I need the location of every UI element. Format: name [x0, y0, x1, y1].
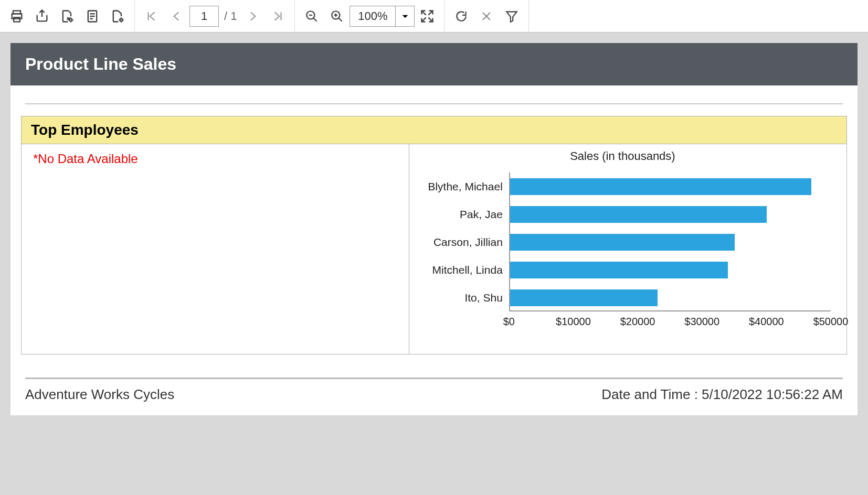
chart-bar — [510, 289, 658, 306]
svg-line-15 — [339, 18, 343, 21]
page-total-label: / 1 — [224, 9, 237, 23]
report-toolbar: / 1 — [0, 0, 868, 33]
print-icon — [9, 9, 24, 24]
fit-page-button[interactable] — [415, 4, 440, 29]
svg-line-19 — [429, 10, 433, 15]
cancel-button[interactable] — [474, 4, 499, 29]
document-button[interactable] — [80, 4, 105, 29]
refresh-icon — [454, 9, 468, 23]
chevron-left-icon — [170, 9, 184, 23]
close-icon — [480, 10, 493, 23]
prev-page-button[interactable] — [164, 4, 189, 29]
page-setup-icon — [110, 9, 125, 24]
top-employees-section: Top Employees *No Data Available Sales (… — [21, 116, 847, 354]
chart-xtick-label: $30000 — [684, 316, 719, 328]
svg-point-8 — [120, 18, 123, 21]
chart-category-label: Carson, Jillian — [415, 228, 509, 256]
chart-bar — [510, 178, 812, 195]
zoom-out-button[interactable] — [299, 4, 324, 29]
fullscreen-icon — [420, 9, 435, 24]
svg-line-12 — [314, 18, 317, 21]
chevron-down-icon — [400, 12, 410, 21]
chart-xtick-label: $50000 — [813, 316, 849, 328]
chart-xtick-label: $40000 — [749, 316, 784, 328]
chevron-right-icon — [246, 9, 259, 23]
data-table-pane: *No Data Available — [22, 144, 409, 354]
svg-line-21 — [429, 17, 433, 21]
report-title: Product Line Sales — [10, 43, 858, 85]
filter-button[interactable] — [499, 4, 524, 29]
first-page-button[interactable] — [139, 4, 164, 29]
chart-title: Sales (in thousands) — [415, 149, 831, 163]
print-button[interactable] — [4, 4, 29, 29]
chart-pane: Sales (in thousands) Blythe, MichaelPak,… — [409, 144, 846, 354]
export-settings-button[interactable] — [55, 4, 80, 29]
first-page-icon — [145, 9, 158, 23]
zoom-in-button[interactable] — [324, 4, 350, 29]
last-page-icon — [271, 9, 284, 23]
last-page-button[interactable] — [265, 4, 290, 29]
zoom-dropdown-button[interactable] — [395, 6, 414, 26]
svg-line-18 — [422, 10, 426, 15]
chart-category-label: Ito, Shu — [415, 284, 509, 311]
chart-bar — [510, 262, 728, 278]
page-setup-button[interactable] — [105, 4, 130, 29]
zoom-out-icon — [305, 9, 319, 23]
filter-icon — [505, 9, 518, 23]
svg-point-3 — [70, 18, 72, 21]
chart-category-label: Mitchell, Linda — [415, 256, 509, 284]
chart-xtick-label: $10000 — [556, 316, 591, 328]
footer-datetime: Date and Time : 5/10/2022 10:56:22 AM — [601, 386, 843, 403]
chart-bar — [510, 206, 767, 223]
report-page: Product Line Sales Top Employees *No Dat… — [10, 43, 858, 415]
svg-line-20 — [422, 17, 426, 21]
svg-marker-24 — [507, 12, 517, 22]
chart-category-label: Blythe, Michael — [415, 173, 509, 200]
page-number-input[interactable] — [189, 6, 219, 27]
footer-company: Adventure Works Cycles — [25, 386, 174, 403]
zoom-level-input[interactable] — [350, 6, 395, 26]
next-page-button[interactable] — [240, 4, 265, 29]
chart-category-label: Pak, Jae — [415, 200, 509, 228]
export-settings-icon — [60, 9, 75, 24]
export-button[interactable] — [29, 4, 55, 29]
chart-bar — [510, 234, 735, 251]
zoom-in-icon — [330, 9, 344, 23]
refresh-button[interactable] — [449, 4, 474, 29]
section-title: Top Employees — [22, 116, 846, 144]
document-icon — [85, 9, 100, 24]
chart-xtick-label: $20000 — [620, 316, 655, 328]
export-icon — [35, 9, 49, 24]
no-data-message: *No Data Available — [33, 152, 397, 166]
chart-xtick-label: $0 — [503, 316, 515, 328]
